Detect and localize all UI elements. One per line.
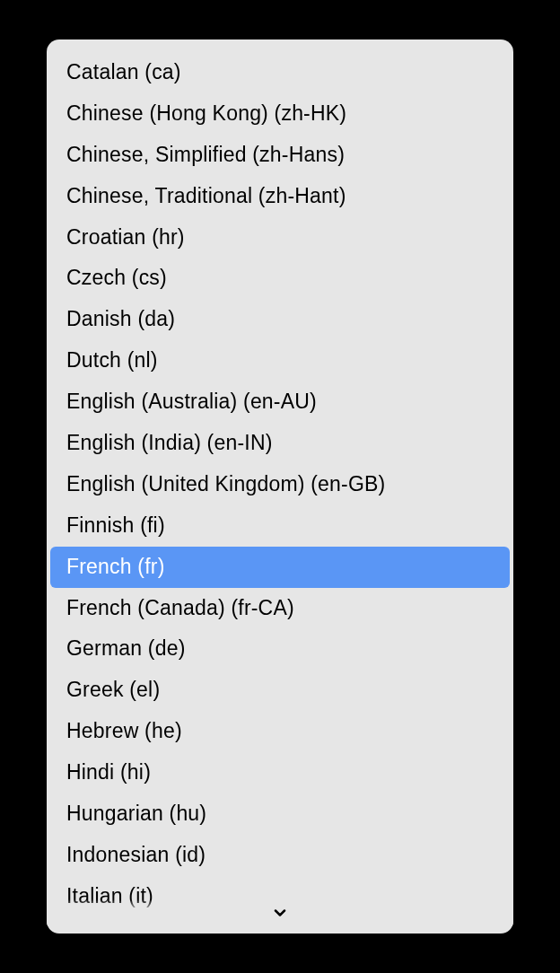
language-option[interactable]: Danish (da) — [47, 299, 513, 340]
language-option[interactable]: English (United Kingdom) (en-GB) — [47, 464, 513, 505]
language-option[interactable]: Catalan (ca) — [47, 52, 513, 93]
language-option[interactable]: French (Canada) (fr-CA) — [47, 588, 513, 629]
language-dropdown-panel: Catalan (ca)Chinese (Hong Kong) (zh-HK)C… — [47, 39, 513, 934]
language-option[interactable]: Dutch (nl) — [47, 340, 513, 381]
language-option[interactable]: Hungarian (hu) — [47, 793, 513, 835]
language-option[interactable]: French (fr) — [50, 547, 510, 588]
language-option[interactable]: Czech (cs) — [47, 258, 513, 299]
language-option[interactable]: Chinese, Traditional (zh-Hant) — [47, 176, 513, 217]
language-option[interactable]: Finnish (fi) — [47, 505, 513, 547]
language-option[interactable]: German (de) — [47, 628, 513, 670]
language-option[interactable]: Hebrew (he) — [47, 711, 513, 752]
language-option[interactable]: English (India) (en-IN) — [47, 423, 513, 464]
language-option[interactable]: Indonesian (id) — [47, 835, 513, 876]
language-option[interactable]: Hindi (hi) — [47, 752, 513, 793]
language-option[interactable]: English (Australia) (en-AU) — [47, 381, 513, 423]
language-option[interactable]: Chinese, Simplified (zh-Hans) — [47, 135, 513, 176]
scroll-down-indicator[interactable] — [47, 899, 513, 926]
language-option-list: Catalan (ca)Chinese (Hong Kong) (zh-HK)C… — [47, 52, 513, 917]
language-option[interactable]: Croatian (hr) — [47, 217, 513, 259]
chevron-down-icon — [271, 904, 289, 922]
language-option[interactable]: Greek (el) — [47, 670, 513, 711]
language-option[interactable]: Chinese (Hong Kong) (zh-HK) — [47, 93, 513, 135]
